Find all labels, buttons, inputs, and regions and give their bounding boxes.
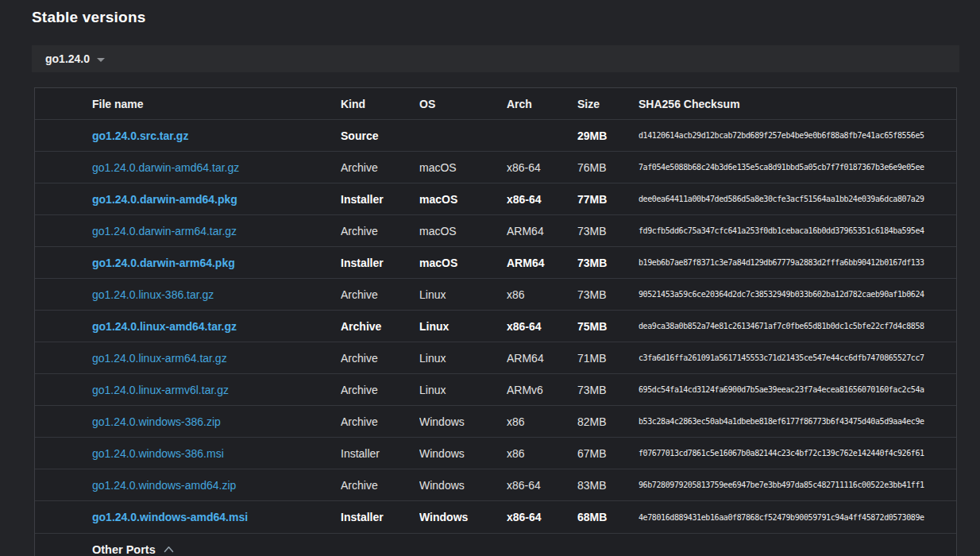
- caret-down-icon: [97, 58, 105, 62]
- arch-cell: x86-64: [507, 193, 577, 206]
- arch-cell: ARM64: [507, 352, 577, 365]
- arch-cell: x86: [507, 288, 577, 301]
- file-download-link[interactable]: go1.24.0.darwin-arm64.tar.gz: [92, 225, 237, 237]
- arch-cell: x86-64: [507, 320, 577, 333]
- table-row: go1.24.0.darwin-arm64.tar.gz Archive mac…: [35, 215, 956, 247]
- table-row: go1.24.0.windows-386.msi Installer Windo…: [35, 438, 956, 469]
- sha256-value: dee0ea64411a00b47ded586d5a8e30cfe3acf515…: [639, 195, 956, 203]
- other-ports-label: Other Ports: [92, 543, 156, 556]
- size-cell: 71MB: [577, 352, 639, 365]
- kind-cell: Archive: [341, 384, 419, 396]
- table-row: go1.24.0.linux-386.tar.gz Archive Linux …: [35, 279, 956, 311]
- os-cell: macOS: [419, 257, 507, 269]
- table-row: go1.24.0.linux-armv6l.tar.gz Archive Lin…: [35, 374, 956, 406]
- arch-cell: x86-64: [507, 479, 577, 492]
- kind-cell: Archive: [341, 161, 419, 174]
- kind-cell: Installer: [341, 447, 419, 460]
- col-header-arch: Arch: [507, 98, 577, 110]
- col-header-kind: Kind: [341, 98, 419, 110]
- file-download-link[interactable]: go1.24.0.windows-386.zip: [92, 415, 221, 428]
- kind-cell: Installer: [341, 257, 419, 269]
- os-cell: Windows: [419, 415, 507, 428]
- file-download-link[interactable]: go1.24.0.windows-amd64.zip: [92, 479, 236, 492]
- size-cell: 83MB: [577, 479, 639, 492]
- col-header-size: Size: [577, 98, 639, 110]
- table-row: go1.24.0.darwin-amd64.pkg Installer macO…: [35, 183, 956, 215]
- kind-cell: Installer: [341, 511, 419, 523]
- os-cell: Linux: [419, 352, 507, 365]
- sha256-value: c3fa6d16ffa261091a5617145553c71d21435ce5…: [639, 353, 956, 362]
- file-download-link[interactable]: go1.24.0.windows-amd64.msi: [92, 511, 248, 523]
- size-cell: 82MB: [577, 415, 639, 428]
- col-header-file-name: File name: [92, 98, 341, 110]
- arch-cell: x86-64: [507, 511, 577, 523]
- os-cell: Linux: [419, 288, 507, 301]
- col-header-sha256: SHA256 Checksum: [639, 98, 956, 110]
- kind-cell: Installer: [341, 193, 419, 206]
- file-download-link[interactable]: go1.24.0.linux-arm64.tar.gz: [92, 352, 227, 365]
- version-selector-label: go1.24.0: [45, 52, 90, 65]
- kind-cell: Archive: [341, 352, 419, 365]
- os-cell: macOS: [419, 161, 507, 174]
- kind-cell: Source: [341, 129, 419, 142]
- arch-cell: x86-64: [507, 161, 577, 174]
- downloads-table: File name Kind OS Arch Size SHA256 Check…: [34, 87, 957, 556]
- file-download-link[interactable]: go1.24.0.windows-386.msi: [92, 447, 224, 460]
- table-row: go1.24.0.darwin-amd64.tar.gz Archive mac…: [35, 152, 956, 183]
- size-cell: 29MB: [577, 129, 639, 142]
- arch-cell: x86: [507, 447, 577, 460]
- sha256-value: b19eb6b7ae87f8371c3e7a84d129db67779a2883…: [639, 258, 956, 267]
- size-cell: 76MB: [577, 161, 639, 174]
- file-download-link[interactable]: go1.24.0.linux-armv6l.tar.gz: [92, 384, 229, 396]
- sha256-value: 96b7280979205813759ee6947be7e3bb497da85c…: [639, 481, 956, 489]
- downloads-page: Stable versions go1.24.0 File name Kind …: [0, 0, 980, 556]
- os-cell: Windows: [419, 447, 507, 460]
- sha256-value: 695dc54fa14cd3124fa6900d7b5ae39eeac23f7a…: [639, 385, 956, 394]
- chevron-up-icon: [164, 546, 174, 553]
- size-cell: 68MB: [577, 511, 639, 523]
- file-download-link[interactable]: go1.24.0.linux-386.tar.gz: [92, 288, 214, 301]
- file-download-link[interactable]: go1.24.0.src.tar.gz: [92, 129, 188, 142]
- file-download-link[interactable]: go1.24.0.linux-amd64.tar.gz: [92, 320, 237, 333]
- kind-cell: Archive: [341, 415, 419, 428]
- sha256-value: 4e78016d889431eb16aa0f87868cf52479b90059…: [639, 513, 956, 522]
- size-cell: 67MB: [577, 447, 639, 460]
- kind-cell: Archive: [341, 320, 419, 333]
- sha256-value: fd9cfb5dd6c75a347cfc641a253f0db1cebaca16…: [639, 226, 956, 235]
- page-title: Stable versions: [32, 8, 959, 27]
- size-cell: 73MB: [577, 257, 639, 269]
- kind-cell: Archive: [341, 479, 419, 492]
- arch-cell: ARMv6: [507, 384, 577, 396]
- table-row: go1.24.0.windows-386.zip Archive Windows…: [35, 406, 956, 438]
- os-cell: Windows: [419, 479, 507, 492]
- os-cell: Linux: [419, 320, 507, 333]
- other-ports-toggle[interactable]: Other Ports: [35, 533, 956, 556]
- os-cell: macOS: [419, 225, 507, 237]
- size-cell: 73MB: [577, 288, 639, 301]
- sha256-value: f07677013cd7861c5e16067b0a82144c23c4bf72…: [639, 449, 956, 458]
- table-row: go1.24.0.linux-amd64.tar.gz Archive Linu…: [35, 311, 956, 342]
- col-header-os: OS: [419, 98, 507, 110]
- kind-cell: Archive: [341, 225, 419, 237]
- sha256-value: b53c28a4c2863ec50ab4a1dbebe818ef6177f867…: [639, 417, 956, 426]
- size-cell: 77MB: [577, 193, 639, 206]
- arch-cell: ARM64: [507, 257, 577, 269]
- file-download-link[interactable]: go1.24.0.darwin-arm64.pkg: [92, 257, 235, 269]
- arch-cell: ARM64: [507, 225, 577, 237]
- sha256-value: 90521453a59c6ce20364d2dc7c38532949b033b6…: [639, 290, 956, 299]
- os-cell: Linux: [419, 384, 507, 396]
- os-cell: Windows: [419, 511, 507, 523]
- table-row: go1.24.0.windows-amd64.msi Installer Win…: [35, 501, 956, 533]
- sha256-value: 7af054e5088b68c24b3d6e135e5ca8d91bbd5a05…: [639, 163, 956, 172]
- version-selector-toggle[interactable]: go1.24.0: [32, 45, 959, 72]
- file-download-link[interactable]: go1.24.0.darwin-amd64.tar.gz: [92, 161, 239, 174]
- sha256-value: dea9ca38a0b852a74e81c26134671af7c0fbe65d…: [639, 322, 956, 330]
- table-row: go1.24.0.windows-amd64.zip Archive Windo…: [35, 469, 956, 501]
- kind-cell: Archive: [341, 288, 419, 301]
- file-download-link[interactable]: go1.24.0.darwin-amd64.pkg: [92, 193, 237, 206]
- table-row: go1.24.0.darwin-arm64.pkg Installer macO…: [35, 247, 956, 279]
- table-body: go1.24.0.src.tar.gz Source 29MB d1412061…: [35, 120, 956, 533]
- sha256-value: d14120614acb29d12bcab72bd689f257eb4be9e0…: [639, 131, 956, 140]
- table-header-row: File name Kind OS Arch Size SHA256 Check…: [35, 88, 956, 120]
- size-cell: 73MB: [577, 225, 639, 237]
